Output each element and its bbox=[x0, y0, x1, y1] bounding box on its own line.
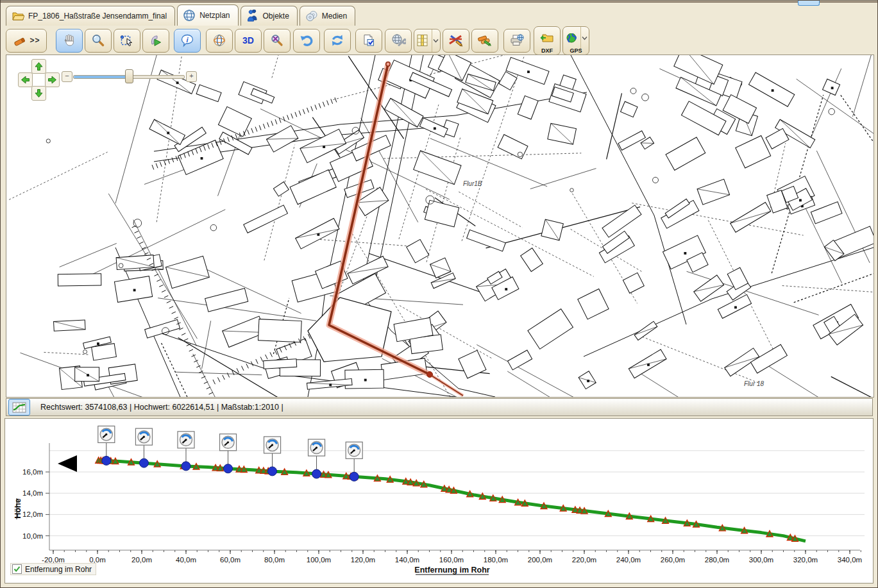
zoom-in-button[interactable]: + bbox=[186, 71, 197, 82]
route-end-node[interactable] bbox=[427, 372, 433, 378]
inspection-markers bbox=[96, 457, 798, 542]
button-caption: GPS bbox=[563, 48, 589, 54]
x-tick-label: 100,0m bbox=[307, 556, 331, 564]
toolbar-button-print-map[interactable] bbox=[503, 29, 530, 53]
globe-wrench-icon bbox=[391, 33, 406, 47]
toolbar-button-refresh[interactable] bbox=[324, 29, 351, 53]
profile-line bbox=[97, 460, 806, 541]
toolbar-button-info[interactable]: i bbox=[174, 29, 201, 53]
printer-globe-icon bbox=[509, 33, 525, 47]
map-canvas[interactable]: Flur1BFlur 18 bbox=[6, 55, 874, 397]
more-tools-label: >> bbox=[30, 36, 40, 45]
discs-icon bbox=[305, 10, 318, 22]
magnifier-x-icon bbox=[270, 33, 284, 47]
map-panel: Flur1BFlur 18 − + bbox=[6, 55, 874, 398]
toolbar-button-gps[interactable]: GPS bbox=[562, 26, 589, 55]
x-tick-label: 260,0m bbox=[661, 556, 685, 564]
distance-checkbox[interactable] bbox=[12, 564, 22, 574]
pan-left-button[interactable] bbox=[18, 72, 33, 87]
pan-up-button[interactable] bbox=[31, 59, 46, 74]
x-tick-label: 40,0m bbox=[176, 556, 196, 564]
toolbar-button-undo[interactable] bbox=[293, 29, 320, 53]
toolbar-button-globe-view[interactable] bbox=[206, 29, 233, 53]
y-tick-label: 14,0m bbox=[22, 489, 43, 497]
y-tick-label: 16,0m bbox=[22, 468, 43, 476]
toolbar-button-map-layers[interactable] bbox=[414, 29, 441, 53]
tab-netzplan[interactable]: Netzplan bbox=[177, 4, 238, 26]
toolbar: >>i3DDXFGPS bbox=[6, 28, 591, 53]
route-start-node[interactable] bbox=[386, 62, 390, 66]
magnifier-icon bbox=[91, 33, 105, 47]
pan-down-button[interactable] bbox=[31, 86, 46, 101]
x-tick-label: 180,0m bbox=[484, 556, 508, 564]
tab-label: Objekte bbox=[263, 12, 289, 21]
toolbar-button-annotate-marker[interactable]: >> bbox=[6, 29, 47, 53]
zoom-slider-thumb[interactable] bbox=[125, 69, 133, 83]
toolbar-button-zoom-clear[interactable] bbox=[264, 29, 291, 53]
pan-down-arrow-icon bbox=[34, 88, 44, 98]
tab-objekte[interactable]: Objekte bbox=[241, 6, 298, 26]
x-tick-label: 220,0m bbox=[572, 556, 596, 564]
tab-project[interactable]: FP_1806_Haßstraße Jensendamm_final bbox=[6, 6, 175, 26]
threed-icon: 3D bbox=[240, 34, 257, 47]
chevron-down-icon[interactable] bbox=[580, 27, 588, 49]
x-tick-label: 280,0m bbox=[705, 556, 729, 564]
map-label: Flur 18 bbox=[744, 380, 764, 387]
x-tick-label: 60,0m bbox=[220, 556, 241, 564]
toolbar-button-pipes-edit-red[interactable] bbox=[443, 29, 469, 53]
doc-check-icon bbox=[362, 33, 376, 47]
distance-checkbox-label: Entfernung im Rohr bbox=[25, 565, 92, 574]
marker-icon bbox=[12, 34, 28, 47]
pan-right-arrow-icon bbox=[47, 75, 57, 85]
x-tick-label: 240,0m bbox=[616, 556, 641, 564]
gps-icon bbox=[564, 33, 578, 43]
globe-icon bbox=[183, 9, 196, 22]
window-control-partial[interactable] bbox=[798, 1, 820, 6]
pipes-red-icon bbox=[448, 33, 464, 47]
checkmark-icon bbox=[13, 565, 21, 573]
toolbar-button-dxf-export[interactable]: DXF bbox=[534, 26, 561, 55]
y-tick-label: 10,0m bbox=[22, 532, 43, 540]
chevron-down-icon[interactable] bbox=[432, 29, 439, 52]
toolbar-button-select-area[interactable] bbox=[114, 29, 140, 53]
map-layers-icon bbox=[416, 33, 430, 47]
pan-left-arrow-icon bbox=[21, 75, 30, 85]
toolbar-button-globe-tools[interactable] bbox=[385, 29, 412, 53]
select-rect-icon bbox=[120, 33, 134, 47]
x-tick-label: 320,0m bbox=[793, 556, 818, 564]
toolbar-button-navigate-play[interactable] bbox=[142, 29, 169, 53]
distance-checkbox-row: Entfernung im Rohr bbox=[10, 563, 96, 575]
dxf-icon bbox=[539, 33, 555, 43]
tab-medien[interactable]: Medien bbox=[300, 6, 355, 26]
map-label: Flur1B bbox=[463, 180, 482, 187]
gauge-icon bbox=[138, 431, 150, 443]
toolbar-button-pipes-edit-orange[interactable] bbox=[471, 29, 498, 53]
toolbar-button-pan-hand[interactable] bbox=[56, 29, 83, 53]
undo-icon bbox=[299, 33, 314, 47]
x-tick-label: 120,0m bbox=[351, 556, 375, 564]
toolbar-button-view-3d[interactable]: 3D bbox=[235, 29, 262, 53]
people-icon bbox=[246, 10, 259, 22]
x-tick-label: 160,0m bbox=[439, 556, 464, 564]
x-tick-label: 80,0m bbox=[264, 556, 285, 564]
y-tick-label: 12,0m bbox=[22, 510, 43, 518]
info-icon: i bbox=[180, 33, 194, 47]
globe-wire-icon bbox=[212, 33, 226, 47]
x-tick-label: 20,0m bbox=[131, 556, 152, 564]
elevation-chart: 16,0m14,0m12,0m10,0m-20,0m0,0m20,0m40,0m… bbox=[5, 419, 873, 583]
elevation-profile-panel: 16,0m14,0m12,0m10,0m-20,0m0,0m20,0m40,0m… bbox=[4, 418, 874, 584]
gauge-icon bbox=[310, 442, 323, 454]
status-bar: Rechtswert: 3574108,63 | Hochwert: 60226… bbox=[6, 398, 873, 416]
profile-toggle-button[interactable] bbox=[8, 399, 30, 416]
svg-text:3D: 3D bbox=[242, 35, 254, 46]
hand-icon bbox=[62, 33, 76, 47]
toolbar-button-zoom-magnifier[interactable] bbox=[85, 29, 112, 53]
pan-control bbox=[18, 59, 59, 100]
toolbar-button-report-check[interactable] bbox=[355, 29, 382, 53]
pan-right-button[interactable] bbox=[45, 72, 60, 87]
zoom-out-button[interactable]: − bbox=[62, 71, 72, 82]
application-window: FP_1806_Haßstraße Jensendamm_finalNetzpl… bbox=[0, 0, 878, 588]
refresh-icon bbox=[330, 33, 345, 47]
gauge-icon bbox=[180, 433, 192, 446]
gauge-icon bbox=[100, 428, 112, 441]
